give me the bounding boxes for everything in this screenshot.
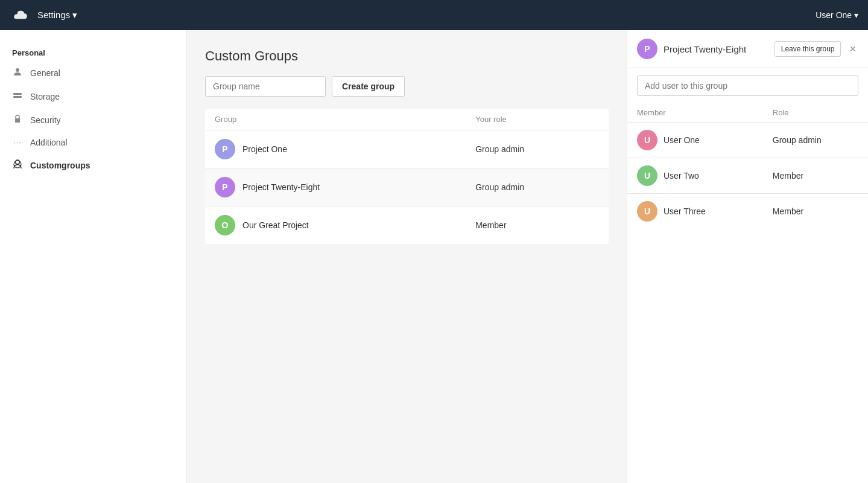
group-cell: O Our Great Project: [205, 206, 466, 245]
member-name: User Two: [664, 171, 699, 181]
table-row[interactable]: P Project One Group admin: [205, 130, 609, 168]
close-panel-button[interactable]: ×: [847, 43, 858, 54]
svg-rect-2: [13, 93, 22, 95]
svg-point-1: [16, 68, 19, 72]
app-header: Settings ▾ User One ▾: [0, 0, 868, 30]
sidebar-item-additional-label: Additional: [30, 138, 68, 147]
group-name: Project One: [242, 144, 287, 154]
storage-icon: [12, 91, 23, 102]
app-name[interactable]: Settings ▾: [37, 10, 77, 21]
sidebar-item-additional[interactable]: ··· Additional: [0, 132, 186, 153]
group-role: Group admin: [466, 168, 609, 206]
groups-table: Group Your role P Project One Group admi…: [205, 109, 609, 244]
header-left: Settings ▾: [10, 4, 77, 26]
sidebar-section-personal: Personal: [0, 42, 186, 61]
member-role-col-header: Role: [763, 103, 868, 123]
member-cell: U User Two: [627, 158, 763, 194]
member-avatar: U: [637, 130, 657, 150]
member-col-header: Member: [627, 103, 763, 123]
table-row[interactable]: O Our Great Project Member: [205, 206, 609, 245]
role-col-header: Your role: [466, 109, 609, 130]
sidebar-item-storage-label: Storage: [30, 92, 60, 101]
leave-group-button[interactable]: Leave this group: [775, 41, 841, 57]
sidebar-item-customgroups-label: Customgroups: [30, 161, 90, 170]
right-panel: P Project Twenty-Eight Leave this group …: [627, 30, 868, 483]
svg-rect-4: [15, 118, 20, 123]
group-name: Our Great Project: [242, 220, 309, 230]
group-avatar: P: [215, 177, 235, 197]
main-layout: Personal General Storage Security ··· Ad…: [0, 30, 868, 483]
group-avatar: O: [215, 215, 235, 235]
right-panel-group-name: Project Twenty-Eight: [664, 44, 768, 54]
member-role: Member: [763, 194, 868, 229]
create-group-row: Create group: [205, 76, 609, 97]
sidebar-item-general[interactable]: General: [0, 61, 186, 85]
member-role: Member: [763, 158, 868, 194]
table-row[interactable]: U User One Group admin: [627, 123, 868, 158]
member-avatar: U: [637, 201, 657, 222]
add-user-input[interactable]: [637, 75, 858, 96]
create-group-button[interactable]: Create group: [332, 76, 405, 97]
cloud-logo-icon: [10, 4, 31, 26]
member-name: User One: [664, 135, 700, 145]
additional-icon: ···: [12, 138, 23, 147]
sidebar-item-storage[interactable]: Storage: [0, 85, 186, 108]
member-cell: U User Three: [627, 194, 763, 229]
right-panel-group-avatar: P: [637, 39, 657, 59]
security-icon: [12, 114, 23, 126]
group-role: Member: [466, 206, 609, 245]
group-col-header: Group: [205, 109, 466, 130]
table-row[interactable]: U User Two Member: [627, 158, 868, 194]
sidebar: Personal General Storage Security ··· Ad…: [0, 30, 187, 483]
user-menu[interactable]: User One ▾: [816, 10, 858, 20]
sidebar-item-security-label: Security: [30, 115, 61, 125]
sidebar-item-general-label: General: [30, 68, 60, 78]
member-cell: U User One: [627, 123, 763, 158]
right-panel-header: P Project Twenty-Eight Leave this group …: [627, 30, 868, 68]
group-avatar: P: [215, 139, 235, 159]
member-avatar: U: [637, 165, 657, 186]
group-role: Group admin: [466, 130, 609, 168]
group-name-input[interactable]: [205, 76, 326, 97]
general-icon: [12, 67, 23, 78]
sidebar-item-customgroups[interactable]: Customgroups: [0, 153, 186, 177]
table-row[interactable]: P Project Twenty-Eight Group admin: [205, 168, 609, 206]
svg-rect-3: [13, 96, 22, 98]
group-name: Project Twenty-Eight: [242, 182, 320, 192]
group-cell: P Project One: [205, 130, 466, 168]
group-cell: P Project Twenty-Eight: [205, 168, 466, 206]
customgroups-icon: [12, 159, 23, 171]
member-role: Group admin: [763, 123, 868, 158]
sidebar-item-security[interactable]: Security: [0, 108, 186, 132]
page-title: Custom Groups: [205, 48, 609, 64]
table-row[interactable]: U User Three Member: [627, 194, 868, 229]
member-name: User Three: [664, 206, 706, 216]
main-content: Custom Groups Create group Group Your ro…: [187, 30, 627, 483]
members-table: Member Role U User One Group admin U Use…: [627, 103, 868, 229]
